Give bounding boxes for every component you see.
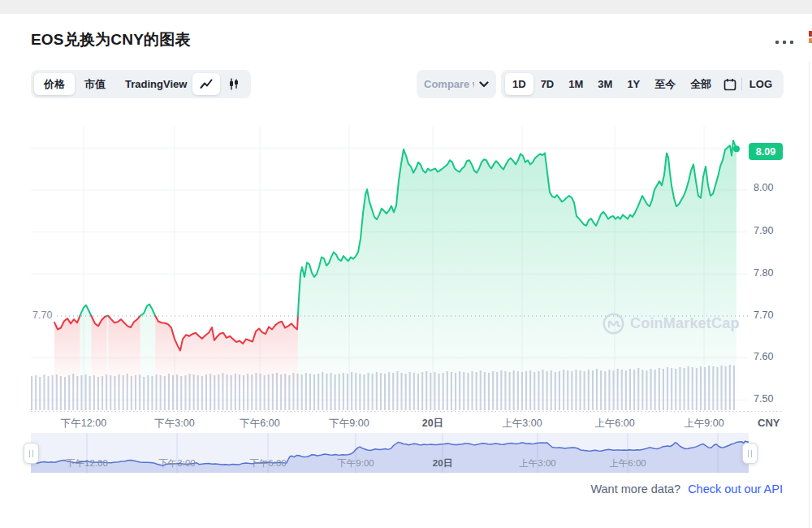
- range-1y-button[interactable]: 1Y: [620, 73, 647, 95]
- currency-unit-label: CNY: [758, 417, 780, 429]
- range-1m-button[interactable]: 1M: [561, 73, 590, 95]
- range-3m-button[interactable]: 3M: [590, 73, 620, 95]
- x-axis-label: 上午6:00: [594, 417, 634, 431]
- range-7d-button[interactable]: 7D: [533, 73, 562, 95]
- api-link[interactable]: Check out our API: [688, 483, 783, 496]
- brush-right-handle[interactable]: [742, 443, 758, 464]
- compare-dropdown[interactable]: Compare w: [417, 70, 496, 98]
- more-menu-button[interactable]: [772, 37, 797, 47]
- compare-label: Compare w: [424, 78, 474, 90]
- calendar-button[interactable]: [719, 73, 741, 95]
- x-axis-label: 上午3:00: [502, 417, 542, 431]
- x-axis-label: 下午12:00: [61, 417, 106, 431]
- chart-type-toggle: [189, 70, 251, 98]
- timeline-brush[interactable]: [31, 433, 749, 473]
- ellipsis-icon: [775, 41, 779, 44]
- range-1d-button[interactable]: 1D: [505, 73, 533, 95]
- y-axis-label: 7.90: [754, 225, 773, 236]
- clipped-edge-icon: [809, 31, 812, 37]
- api-promo-text: Want more data?: [590, 483, 680, 496]
- price-chart-plot[interactable]: [31, 122, 747, 410]
- x-axis-label: 上午9:00: [684, 417, 723, 431]
- y-axis-label: 7.70: [754, 309, 773, 321]
- clipped-edge-icon: [809, 38, 812, 43]
- y-axis-label: 7.60: [754, 351, 773, 362]
- ellipsis-icon: [790, 41, 793, 44]
- y-axis-label: 7.80: [754, 267, 773, 279]
- line-chart-icon: [200, 79, 213, 89]
- range-ytd-button[interactable]: 至今: [647, 73, 683, 95]
- page-title: EOS兑换为CNY的图表: [31, 29, 191, 50]
- time-range-selector: 1D 7D 1M 3M 1Y 至今 全部 LOG: [501, 70, 784, 98]
- range-all-button[interactable]: 全部: [683, 73, 719, 95]
- line-chart-icon-button[interactable]: [192, 73, 220, 95]
- x-axis-label: 下午3:00: [154, 417, 194, 431]
- log-scale-button[interactable]: LOG: [742, 73, 780, 95]
- chevron-down-icon: [479, 81, 489, 88]
- brush-left-handle[interactable]: [24, 443, 39, 464]
- tab-tradingview[interactable]: TradingView: [115, 73, 197, 95]
- x-axis-label: 下午9:00: [329, 417, 369, 431]
- tab-price[interactable]: 价格: [34, 73, 75, 95]
- api-promo: Want more data? Check out our API: [590, 483, 783, 496]
- page-top-strip: [0, 0, 812, 14]
- last-price-badge: 8.09: [749, 143, 783, 160]
- x-axis-label: 20日: [422, 417, 443, 431]
- eos-cny-chart-page: EOS兑换为CNY的图表 价格 市值 TradingView Compare w: [0, 0, 812, 528]
- ellipsis-icon: [783, 41, 786, 44]
- y-axis-label: 7.50: [754, 393, 773, 405]
- tab-marketcap[interactable]: 市值: [75, 73, 115, 95]
- candlestick-icon-button[interactable]: [220, 73, 248, 95]
- chart-mode-tabs: 价格 市值 TradingView: [31, 70, 200, 98]
- calendar-icon: [723, 78, 736, 91]
- x-axis-label: 下午6:00: [240, 417, 279, 431]
- candlestick-icon: [228, 78, 240, 90]
- y-axis-label: 8.00: [754, 182, 773, 193]
- adjacent-panel-edge: [809, 61, 810, 528]
